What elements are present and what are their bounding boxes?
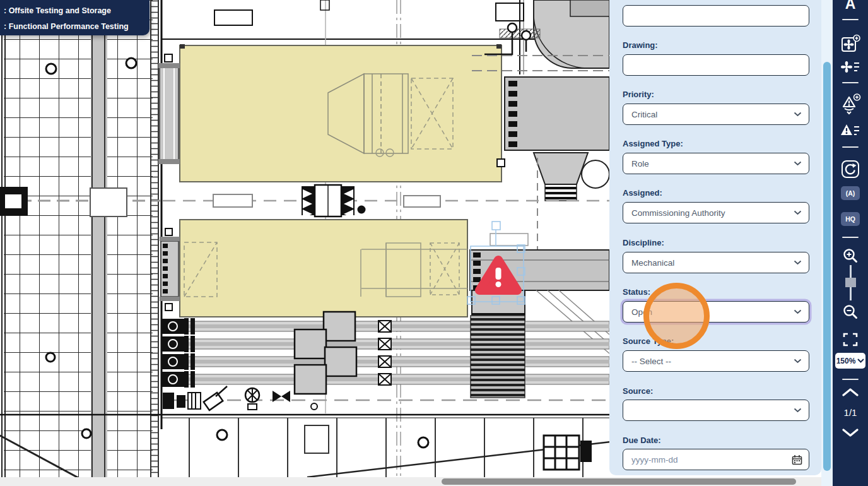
- toolbar-divider: [842, 82, 859, 83]
- rails-bottom-unit: [160, 228, 180, 311]
- tooltip-line-1: : Offsite Testing and Storage: [4, 3, 144, 19]
- zoom-level-select[interactable]: 150%: [835, 353, 865, 369]
- zoom-in-icon[interactable]: [842, 247, 859, 264]
- app-window: : Offsite Testing and Storage : Function…: [0, 0, 868, 486]
- assigned-type-value: Role: [631, 159, 649, 169]
- chevron-down-icon: [794, 210, 802, 215]
- chevron-down-icon: [794, 359, 802, 364]
- hover-tooltip: : Offsite Testing and Storage : Function…: [0, 0, 150, 35]
- zoom-level-value: 150%: [836, 357, 856, 365]
- source-type-select[interactable]: -- Select --: [623, 350, 809, 372]
- equipment-list-icon[interactable]: [840, 59, 860, 75]
- toolbar-divider: [842, 146, 859, 148]
- priority-label: Priority:: [623, 90, 654, 99]
- chevron-down-icon: [794, 161, 802, 166]
- horizontal-scrollbar-thumb[interactable]: [442, 478, 796, 485]
- priority-select[interactable]: Critical: [623, 104, 809, 125]
- zoom-out-icon[interactable]: [842, 304, 859, 320]
- discipline-select[interactable]: Mechanical: [623, 252, 809, 273]
- highlight-unit-bottom: [180, 220, 467, 317]
- auto-text-icon[interactable]: (A): [841, 186, 860, 200]
- chevron-down-icon: [794, 408, 802, 413]
- calendar-icon[interactable]: [792, 454, 802, 465]
- source-type-value: -- Select --: [631, 357, 671, 366]
- zoom-slider[interactable]: [844, 265, 857, 300]
- assigned-label: Assigned:: [623, 188, 662, 198]
- priority-value: Critical: [631, 110, 657, 119]
- hq-icon[interactable]: HQ: [841, 212, 860, 226]
- bottom-structure: [189, 418, 611, 477]
- zoom-slider-handle[interactable]: [845, 278, 856, 287]
- piping-runs: [161, 312, 609, 400]
- text-annotation-icon[interactable]: A: [845, 0, 856, 13]
- add-equipment-icon[interactable]: [840, 34, 860, 54]
- status-label: Status:: [623, 287, 650, 297]
- rails-top-unit: [158, 54, 180, 164]
- page-indicator: 1/1: [844, 407, 857, 418]
- chevron-down-icon: [794, 309, 802, 314]
- reference-input[interactable]: [623, 5, 809, 27]
- vertical-scrollbar-thumb[interactable]: [823, 62, 831, 471]
- chevron-down-icon: [857, 359, 864, 363]
- highlight-unit-top: [180, 44, 501, 182]
- assigned-type-label: Assigned Type:: [623, 139, 683, 148]
- toolbar-divider: [842, 19, 859, 20]
- issue-form-panel: Drawing: Priority: Critical Assigned Typ…: [609, 0, 821, 475]
- source-label: Source:: [623, 386, 653, 396]
- vertical-scrollbar[interactable]: [821, 0, 833, 486]
- add-issue-icon[interactable]: [840, 93, 861, 116]
- assigned-select[interactable]: Commissioning Authority: [623, 202, 809, 223]
- page-up-icon[interactable]: [842, 387, 859, 397]
- assigned-value: Commissioning Authority: [631, 208, 725, 218]
- chevron-down-icon: [794, 260, 802, 265]
- due-date-label: Due Date:: [623, 436, 661, 445]
- assigned-type-select[interactable]: Role: [623, 153, 809, 174]
- source-select[interactable]: [623, 400, 809, 421]
- corridor: [163, 185, 609, 218]
- horizontal-scrollbar[interactable]: [0, 477, 821, 486]
- discipline-label: Discipline:: [623, 238, 664, 247]
- page-down-icon[interactable]: [842, 428, 859, 438]
- discipline-value: Mechanical: [631, 258, 674, 268]
- left-grid-section: [0, 0, 160, 477]
- drawing-label: Drawing:: [623, 40, 658, 50]
- refresh-icon[interactable]: [840, 159, 860, 179]
- right-toolbar: A: [833, 0, 868, 486]
- issue-list-icon[interactable]: [840, 123, 860, 138]
- click-highlight: [643, 283, 710, 349]
- toolbar-divider: [842, 379, 859, 380]
- fit-screen-icon[interactable]: [843, 332, 858, 347]
- due-date-field: [623, 449, 809, 470]
- drawing-input[interactable]: [623, 54, 809, 76]
- due-date-input[interactable]: [623, 454, 790, 465]
- chevron-down-icon: [794, 112, 802, 117]
- toolbar-divider: [842, 237, 859, 238]
- tooltip-line-2: : Functional Performance Testing: [4, 19, 144, 35]
